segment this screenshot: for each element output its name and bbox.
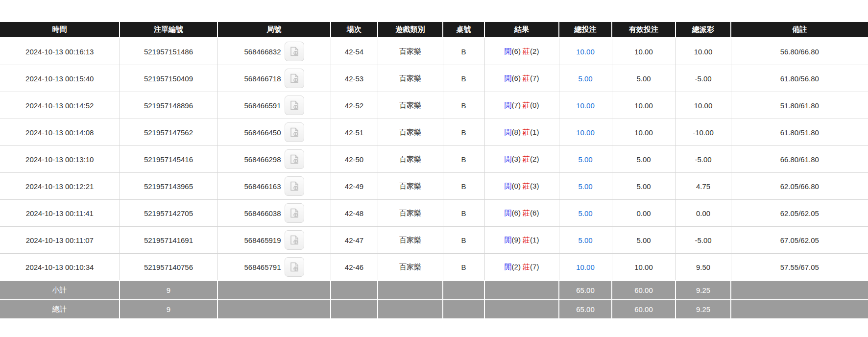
total-bet-link[interactable]: 10.00: [576, 48, 595, 56]
cell-remark: 62.05/66.80: [731, 173, 868, 200]
table-footer: 小計 9 65.00 60.00 9.25 總計 9 65.0: [0, 281, 868, 319]
cell-time: 2024-10-13 00:10:34: [0, 254, 120, 281]
cell-round-no: 568466450: [217, 119, 331, 146]
subtotal-label: 小計: [0, 281, 120, 300]
subtotal-total-bet: 65.00: [559, 281, 612, 300]
cell-round-no: 568466163: [217, 173, 331, 200]
bet-history-page: 時間 注單編號 局號 場次 遊戲類別 桌號 結果 總投注 有效投注 總派彩 備註…: [0, 0, 868, 337]
result-banker-label: 莊: [523, 74, 530, 82]
cell-game-type: 百家樂: [378, 254, 443, 281]
cell-valid-bet: 5.00: [612, 173, 675, 200]
subtotal-payout: 9.25: [675, 281, 731, 300]
round-no-value: 568465791: [244, 263, 281, 271]
total-empty-cell: [731, 300, 868, 319]
video-replay-button[interactable]: [285, 69, 304, 88]
cell-time: 2024-10-13 00:14:52: [0, 92, 120, 119]
round-no-with-video: 568465791: [244, 257, 304, 277]
subtotal-count: 9: [120, 281, 217, 300]
total-valid-bet: 60.00: [612, 300, 675, 319]
result-banker-label: 莊: [523, 209, 530, 217]
result-banker-score: (1): [530, 128, 539, 136]
round-no-with-video: 568466163: [244, 176, 304, 196]
cell-session: 42-46: [331, 254, 378, 281]
total-label: 總計: [0, 300, 120, 319]
total-bet-link[interactable]: 5.00: [578, 209, 592, 217]
video-replay-button[interactable]: [285, 230, 304, 250]
cell-payout: -5.00: [675, 146, 731, 173]
result-banker-label: 莊: [523, 155, 530, 163]
cell-payout: 10.00: [675, 38, 731, 65]
cell-game-type: 百家樂: [378, 92, 443, 119]
cell-valid-bet: 10.00: [612, 92, 675, 119]
video-replay-button[interactable]: [285, 42, 304, 61]
cell-round-no: 568466038: [217, 200, 331, 227]
cell-game-type: 百家樂: [378, 173, 443, 200]
video-replay-button[interactable]: [285, 149, 304, 169]
result-banker-label: 莊: [523, 101, 530, 109]
cell-result: 閒(7) 莊(0): [484, 92, 559, 119]
cell-time: 2024-10-13 00:15:40: [0, 65, 120, 92]
header-remark: 備註: [731, 22, 868, 38]
video-replay-button[interactable]: [285, 122, 304, 142]
cell-table-no: B: [443, 146, 484, 173]
cell-valid-bet: 10.00: [612, 254, 675, 281]
cell-game-type: 百家樂: [378, 200, 443, 227]
cell-round-no: 568466298: [217, 146, 331, 173]
total-bet-link[interactable]: 10.00: [576, 263, 595, 271]
round-no-value: 568466450: [244, 128, 281, 137]
result-player-label: 閒: [505, 47, 512, 55]
total-empty-cell: [484, 300, 559, 319]
result-player-score: (6): [512, 74, 521, 82]
table-row: 2024-10-13 00:11:07521957141691568465919…: [0, 227, 868, 254]
video-replay-button[interactable]: [285, 257, 304, 277]
result-player-label: 閒: [505, 236, 512, 244]
header-payout: 總派彩: [675, 22, 731, 38]
result-banker-label: 莊: [523, 182, 530, 190]
round-no-value: 568466718: [244, 74, 281, 83]
video-replay-button[interactable]: [285, 176, 304, 196]
cell-remark: 66.80/61.80: [731, 146, 868, 173]
table-row: 2024-10-13 00:16:13521957151486568466832…: [0, 38, 868, 65]
total-bet-link[interactable]: 5.00: [578, 182, 592, 191]
header-valid-bet: 有效投注: [612, 22, 675, 38]
cell-session: 42-48: [331, 200, 378, 227]
cell-remark: 51.80/61.80: [731, 92, 868, 119]
cell-result: 閒(8) 莊(1): [484, 119, 559, 146]
cell-total-bet: 5.00: [559, 65, 612, 92]
result-banker-score: (2): [530, 155, 539, 163]
subtotal-empty-cell: [731, 281, 868, 300]
cell-valid-bet: 5.00: [612, 146, 675, 173]
total-bet-link[interactable]: 10.00: [576, 128, 595, 137]
cell-session: 42-50: [331, 146, 378, 173]
cell-total-bet: 10.00: [559, 38, 612, 65]
cell-payout: 4.75: [675, 173, 731, 200]
video-replay-button[interactable]: [285, 96, 304, 115]
result-player-score: (6): [512, 209, 521, 217]
total-bet-link[interactable]: 5.00: [578, 236, 592, 244]
total-bet-link[interactable]: 5.00: [578, 155, 592, 164]
total-bet-link[interactable]: 5.00: [578, 74, 592, 83]
result-player-label: 閒: [505, 128, 512, 136]
video-replay-button[interactable]: [285, 203, 304, 223]
table-row: 2024-10-13 00:12:21521957143965568466163…: [0, 173, 868, 200]
video-replay-icon: [289, 235, 300, 245]
subtotal-empty-cell: [378, 281, 443, 300]
round-no-value: 568466163: [244, 182, 281, 191]
cell-session: 42-47: [331, 227, 378, 254]
header-bet-id: 注單編號: [120, 22, 217, 38]
result-player-label: 閒: [505, 74, 512, 82]
cell-game-type: 百家樂: [378, 227, 443, 254]
cell-payout: -5.00: [675, 227, 731, 254]
cell-remark: 67.05/62.05: [731, 227, 868, 254]
cell-bet-id: 521957151486: [120, 38, 217, 65]
result-player-score: (0): [512, 182, 521, 190]
cell-result: 閒(9) 莊(1): [484, 227, 559, 254]
total-empty-cell: [217, 300, 331, 319]
total-count: 9: [120, 300, 217, 319]
cell-session: 42-51: [331, 119, 378, 146]
subtotal-row: 小計 9 65.00 60.00 9.25: [0, 281, 868, 300]
cell-session: 42-54: [331, 38, 378, 65]
subtotal-valid-bet: 60.00: [612, 281, 675, 300]
result-banker-score: (7): [530, 263, 539, 271]
total-bet-link[interactable]: 10.00: [576, 101, 595, 110]
